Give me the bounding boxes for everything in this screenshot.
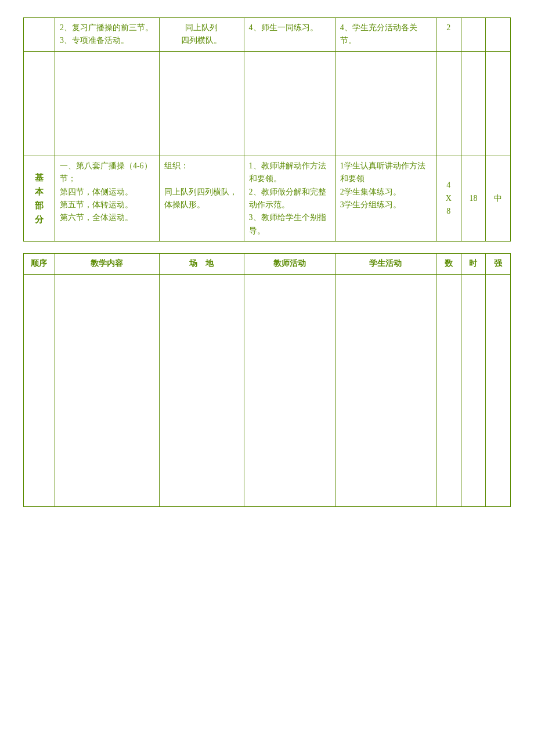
header-seq: 顺序 <box>24 254 55 274</box>
teacher-cell: 4、师生一同练习。 <box>244 18 335 52</box>
header-num: 数 <box>436 254 461 274</box>
header-table: 顺序 教学内容 场 地 教师活动 学生活动 数 时 强 <box>23 253 511 506</box>
section-intense-cell: 中 <box>486 156 511 241</box>
spacer-student <box>335 51 436 156</box>
section-teacher-3: 3、教师给学生个别指导。 <box>249 213 326 235</box>
header-venue: 场 地 <box>159 254 244 274</box>
section-content-4: 第六节，全体运动。 <box>60 213 133 222</box>
spacer-seq <box>24 51 55 156</box>
section-teacher-cell: 1、教师讲解动作方法和要领。 2、教师做分解和完整动作示范。 3、教师给学生个别… <box>244 156 335 241</box>
top-table: 2、复习广播操的前三节。 3、专项准备活动。 同上队列 四列横队。 4、师生一同… <box>23 17 511 242</box>
spacer-intense <box>486 51 511 156</box>
section-content-2: 第四节，体侧运动。 <box>60 188 133 196</box>
spacer-num <box>436 51 461 156</box>
section-num-cell: 4X8 <box>436 156 461 241</box>
venue-prefix: 组织： <box>164 161 189 170</box>
header-row: 顺序 教学内容 场 地 教师活动 学生活动 数 时 强 <box>24 254 511 274</box>
section-row: 基本部分 一、第八套广播操（4-6）节； 第四节，体侧运动。 第五节，体转运动。… <box>24 156 511 241</box>
content-text: 2、复习广播操的前三节。 <box>60 23 153 32</box>
header-teacher: 教师活动 <box>244 254 335 274</box>
section-student-1: 1学生认真听讲动作方法和要领 <box>340 161 425 183</box>
empty-num <box>436 274 461 506</box>
section-time-text: 18 <box>469 194 477 203</box>
section-content-cell: 一、第八套广播操（4-6）节； 第四节，体侧运动。 第五节，体转运动。 第六节，… <box>55 156 159 241</box>
section-time-cell: 18 <box>461 156 486 241</box>
empty-row <box>24 274 511 506</box>
venue-text: 同上队列 <box>185 23 218 32</box>
header-content: 教学内容 <box>55 254 159 274</box>
student-cell: 4、学生充分活动各关节。 <box>335 18 436 52</box>
section-student-2: 2学生集体练习。 <box>340 188 401 196</box>
empty-seq <box>24 274 55 506</box>
section-venue-cell: 组织： 同上队列四列横队，体操队形。 <box>159 156 244 241</box>
table-row: 2、复习广播操的前三节。 3、专项准备活动。 同上队列 四列横队。 4、师生一同… <box>24 18 511 52</box>
section-label-text: 基本部分 <box>35 173 44 224</box>
student-text: 4、学生充分活动各关节。 <box>340 23 417 45</box>
section-student-cell: 1学生认真听讲动作方法和要领 2学生集体练习。 3学生分组练习。 <box>335 156 436 241</box>
header-time: 时 <box>461 254 486 274</box>
empty-teacher <box>244 274 335 506</box>
teacher-text: 4、师生一同练习。 <box>249 23 318 32</box>
page-wrapper: 2、复习广播操的前三节。 3、专项准备活动。 同上队列 四列横队。 4、师生一同… <box>23 17 511 737</box>
empty-intense <box>486 274 511 506</box>
spacer-venue <box>159 51 244 156</box>
header-student: 学生活动 <box>335 254 436 274</box>
num-text: 2 <box>446 23 450 32</box>
section-content-1: 一、第八套广播操（4-6）节； <box>60 161 152 183</box>
empty-content <box>55 274 159 506</box>
spacer-row <box>24 51 511 156</box>
header-intense: 强 <box>486 254 511 274</box>
empty-student <box>335 274 436 506</box>
num-cell: 2 <box>436 18 461 52</box>
content-text-2: 3、专项准备活动。 <box>60 36 129 45</box>
section-teacher-2: 2、教师做分解和完整动作示范。 <box>249 188 326 209</box>
section-venue-text: 同上队列四列横队，体操队形。 <box>164 188 237 209</box>
empty-venue <box>159 274 244 506</box>
section-teacher-1: 1、教师讲解动作方法和要领。 <box>249 161 326 183</box>
venue-text-2: 四列横队。 <box>181 36 222 45</box>
empty-time <box>461 274 486 506</box>
section-label-cell: 基本部分 <box>24 156 55 241</box>
spacer-time <box>461 51 486 156</box>
intense-cell <box>486 18 511 52</box>
venue-cell: 同上队列 四列横队。 <box>159 18 244 52</box>
seq-cell <box>24 18 55 52</box>
section-intense-text: 中 <box>494 194 502 203</box>
time-cell <box>461 18 486 52</box>
spacer-content <box>55 51 159 156</box>
section-student-3: 3学生分组练习。 <box>340 200 401 209</box>
spacer-teacher <box>244 51 335 156</box>
section-content-3: 第五节，体转运动。 <box>60 200 133 209</box>
section-num-text: 4X8 <box>446 181 452 215</box>
content-cell: 2、复习广播操的前三节。 3、专项准备活动。 <box>55 18 159 52</box>
